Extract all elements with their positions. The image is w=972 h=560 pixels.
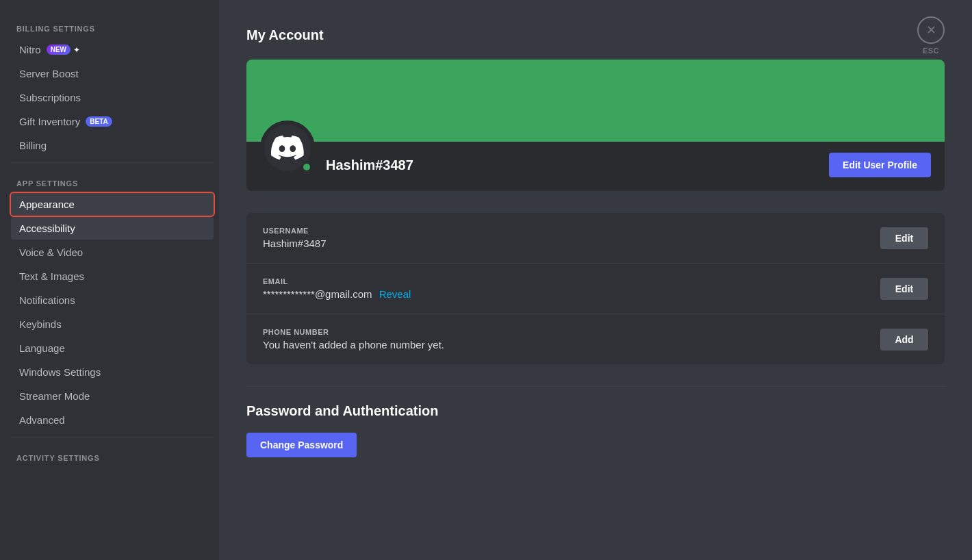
password-section-title: Password and Authentication [246,403,945,419]
sidebar-item-label: Nitro [19,44,41,55]
online-indicator [301,162,312,173]
page-title: My Account [246,27,945,43]
username-field-row: USERNAME Hashim#3487 Edit [246,213,945,264]
account-fields: USERNAME Hashim#3487 Edit EMAIL ********… [246,213,945,364]
sidebar-item-gift-inventory[interactable]: Gift Inventory BETA [11,110,214,133]
billing-settings-label: BILLING SETTINGS [11,14,214,36]
sidebar-item-language[interactable]: Language [11,337,214,359]
sidebar-item-label: Billing [19,140,47,151]
change-password-button[interactable]: Change Password [246,433,357,457]
profile-card: Hashim#3487 Edit User Profile [246,60,945,191]
sidebar-item-windows-settings[interactable]: Windows Settings [11,361,214,383]
profile-banner [246,60,945,142]
username-label: USERNAME [263,227,327,235]
email-field-row: EMAIL *************@gmail.com Reveal Edi… [246,264,945,314]
sidebar-item-subscriptions[interactable]: Subscriptions [11,86,214,109]
sidebar-item-label: Advanced [19,414,65,426]
main-content: ✕ ESC My Account Hashim#3487 Edit Use [219,0,972,560]
email-masked: *************@gmail.com [263,288,372,300]
esc-label: ESC [923,47,939,55]
sidebar-item-label: Appearance [19,199,75,210]
username-display: Hashim#3487 [326,157,413,173]
email-field-content: EMAIL *************@gmail.com Reveal [263,277,411,300]
sidebar-item-label: Gift Inventory [19,116,80,127]
sidebar-item-label: Language [19,342,65,354]
phone-value: You haven't added a phone number yet. [263,339,444,351]
sidebar-item-label: Accessibility [19,222,75,234]
sidebar-item-notifications[interactable]: Notifications [11,289,214,311]
sidebar-item-label: Streamer Mode [19,390,90,402]
section-divider [246,386,945,387]
sidebar: BILLING SETTINGS Nitro NEW ✦ Server Boos… [0,0,219,560]
new-badge: NEW [47,44,71,55]
email-label: EMAIL [263,277,411,285]
email-edit-button[interactable]: Edit [880,278,928,300]
sidebar-item-text-images[interactable]: Text & Images [11,265,214,288]
phone-label: PHONE NUMBER [263,328,444,336]
sidebar-item-billing[interactable]: Billing [11,134,214,157]
close-button[interactable]: ✕ [917,16,945,44]
sidebar-item-advanced[interactable]: Advanced [11,409,214,431]
sidebar-item-accessibility[interactable]: Accessibility [11,217,214,240]
sidebar-item-streamer-mode[interactable]: Streamer Mode [11,385,214,407]
sparkle-icon: ✦ [73,45,80,55]
app-settings-label: APP SETTINGS [11,168,214,190]
edit-user-profile-button[interactable]: Edit User Profile [829,153,931,177]
beta-badge: BETA [86,116,112,127]
reveal-email-link[interactable]: Reveal [379,288,411,300]
phone-field-row: PHONE NUMBER You haven't added a phone n… [246,314,945,364]
divider-2 [11,437,214,437]
divider-1 [11,162,214,163]
close-button-wrapper[interactable]: ✕ ESC [917,16,945,55]
sidebar-item-label: Windows Settings [19,366,101,378]
username-edit-button[interactable]: Edit [880,227,928,249]
sidebar-item-label: Subscriptions [19,92,81,103]
profile-left: Hashim#3487 [260,155,413,175]
sidebar-item-nitro[interactable]: Nitro NEW ✦ [11,38,214,61]
sidebar-item-label: Server Boost [19,68,79,79]
email-value: *************@gmail.com Reveal [263,288,411,300]
sidebar-item-voice-video[interactable]: Voice & Video [11,241,214,264]
username-field-content: USERNAME Hashim#3487 [263,227,327,249]
username-value: Hashim#3487 [263,238,327,249]
sidebar-item-appearance[interactable]: Appearance [11,193,214,216]
activity-settings-label: ACTIVITY SETTINGS [11,443,214,465]
sidebar-item-label: Text & Images [19,270,84,282]
sidebar-item-keybinds[interactable]: Keybinds [11,313,214,335]
phone-add-button[interactable]: Add [880,329,928,351]
phone-field-content: PHONE NUMBER You haven't added a phone n… [263,328,444,351]
sidebar-item-label: Voice & Video [19,246,83,258]
sidebar-item-label: Notifications [19,294,75,306]
sidebar-item-server-boost[interactable]: Server Boost [11,62,214,85]
avatar-wrapper [260,120,315,175]
profile-info-row: Hashim#3487 Edit User Profile [246,142,945,191]
sidebar-item-label: Keybinds [19,318,62,330]
